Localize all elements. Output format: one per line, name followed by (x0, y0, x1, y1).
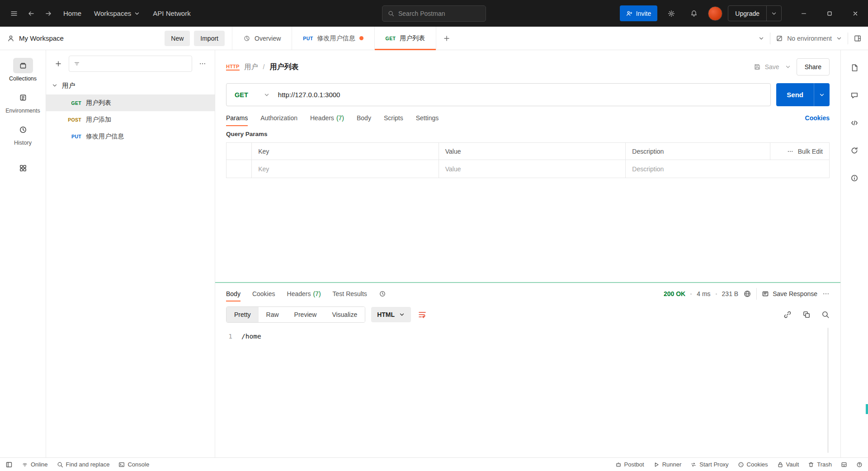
network-globe-icon[interactable] (743, 290, 751, 298)
sidebar-more-button[interactable] (196, 57, 209, 71)
vault-button[interactable]: Vault (777, 461, 799, 468)
rail-item-environments[interactable]: Environments (0, 88, 46, 116)
tab-get-request-active[interactable]: GET 用户列表 (375, 27, 437, 50)
code-snippet-icon[interactable] (850, 119, 859, 127)
status-badge[interactable]: 200 OK (664, 290, 685, 297)
collection-folder[interactable]: 用户 (46, 76, 215, 94)
tab-overflow-chevron-icon[interactable] (758, 35, 764, 42)
value-cell[interactable] (439, 160, 626, 178)
back-button[interactable] (23, 5, 40, 22)
rail-item-history[interactable]: History (0, 120, 46, 148)
panel-layout-icon[interactable] (841, 462, 847, 468)
format-selector[interactable]: HTML (371, 307, 411, 322)
tab-settings[interactable]: Settings (416, 106, 439, 130)
import-button[interactable]: Import (194, 31, 225, 46)
method-selector[interactable]: GET (226, 84, 278, 106)
tab-put-request[interactable]: PUT 修改用户信息 (292, 27, 374, 50)
response-time[interactable]: 4 ms (697, 290, 710, 297)
response-body-viewer[interactable]: 1 /home (215, 325, 840, 457)
postbot-button[interactable]: Postbot (615, 461, 644, 468)
sidebar-search-input[interactable] (84, 60, 187, 67)
tab-params[interactable]: Params (226, 106, 248, 130)
response-scrollbar[interactable] (827, 328, 829, 453)
comments-icon[interactable] (850, 91, 859, 99)
cookies-link[interactable]: Cookies (805, 114, 830, 122)
runner-button[interactable]: Runner (653, 461, 682, 468)
response-size[interactable]: 231 B (722, 290, 739, 297)
maximize-button[interactable] (816, 0, 842, 27)
view-pretty[interactable]: Pretty (226, 307, 259, 322)
view-visualize[interactable]: Visualize (324, 307, 365, 322)
bulk-edit-button[interactable]: Bulk Edit (798, 148, 823, 155)
response-tab-headers[interactable]: Headers (7) (287, 283, 321, 304)
environment-quick-look-icon[interactable] (854, 34, 862, 42)
nav-api-network[interactable]: API Network (146, 6, 197, 21)
tab-scripts[interactable]: Scripts (384, 106, 403, 130)
forward-button[interactable] (40, 5, 57, 22)
view-preview[interactable]: Preview (287, 307, 325, 322)
console-button[interactable]: Console (118, 461, 149, 468)
new-button[interactable]: New (165, 31, 190, 46)
ellipsis-icon[interactable] (822, 290, 830, 297)
rail-item-more-tools[interactable] (0, 158, 46, 178)
invite-button[interactable]: Invite (620, 5, 657, 21)
response-tab-test-results[interactable]: Test Results (333, 283, 367, 304)
documentation-icon[interactable] (850, 64, 859, 72)
share-button[interactable]: Share (797, 58, 830, 75)
sidebar-search[interactable] (69, 56, 192, 72)
close-button[interactable] (842, 0, 868, 27)
online-status[interactable]: Online (22, 461, 48, 468)
trash-button[interactable]: Trash (808, 461, 832, 468)
save-button[interactable]: Save (754, 63, 779, 71)
view-raw[interactable]: Raw (259, 307, 287, 322)
copy-icon[interactable] (802, 311, 811, 319)
add-collection-button[interactable] (52, 57, 65, 71)
request-item-get[interactable]: GET 用户列表 (46, 94, 215, 111)
save-options-caret[interactable] (785, 64, 791, 70)
nav-home[interactable]: Home (57, 6, 88, 21)
tab-body[interactable]: Body (357, 106, 371, 130)
tab-headers[interactable]: Headers (7) (310, 106, 344, 130)
info-icon[interactable] (850, 174, 859, 182)
tab-overview[interactable]: Overview (232, 27, 292, 50)
search-icon[interactable] (821, 311, 830, 319)
send-button[interactable]: Send (776, 83, 830, 106)
find-and-replace[interactable]: Find and replace (57, 461, 110, 468)
workspace-name[interactable]: My Workspace (19, 34, 64, 42)
key-input[interactable] (258, 165, 432, 173)
request-item-post[interactable]: POST 用户添加 (46, 111, 215, 128)
hamburger-menu-button[interactable] (5, 5, 23, 22)
breadcrumb-collection[interactable]: 用户 (245, 63, 258, 71)
settings-button[interactable] (663, 5, 680, 22)
environment-selector[interactable]: No environment (776, 35, 842, 42)
send-options-caret[interactable] (814, 83, 830, 106)
ellipsis-icon[interactable] (787, 148, 793, 155)
toggle-sidebar-icon[interactable] (5, 461, 13, 468)
request-item-put[interactable]: PUT 修改用户信息 (46, 128, 215, 145)
url-input[interactable] (278, 91, 765, 99)
value-input[interactable] (445, 165, 619, 173)
row-select-cell[interactable] (226, 160, 252, 178)
upgrade-button[interactable]: Upgrade (728, 5, 782, 21)
save-response-button[interactable]: Save Response (762, 290, 817, 297)
minimize-button[interactable] (791, 0, 816, 27)
new-tab-button[interactable] (436, 27, 457, 50)
global-search[interactable]: Search Postman (382, 5, 486, 22)
user-avatar[interactable] (708, 6, 722, 21)
wrap-lines-toggle[interactable] (418, 310, 427, 319)
nav-workspaces[interactable]: Workspaces (88, 6, 146, 21)
response-tab-body[interactable]: Body (226, 283, 241, 304)
link-icon[interactable] (783, 311, 792, 319)
help-icon[interactable] (856, 462, 863, 468)
related-requests-icon[interactable] (850, 146, 859, 155)
notifications-button[interactable] (685, 5, 703, 22)
upgrade-caret[interactable] (766, 6, 781, 21)
tab-authorization[interactable]: Authorization (260, 106, 297, 130)
description-input[interactable] (632, 165, 823, 173)
key-cell[interactable] (252, 160, 439, 178)
response-tab-cookies[interactable]: Cookies (252, 283, 275, 304)
description-cell[interactable] (626, 160, 830, 178)
response-history-icon[interactable] (379, 290, 386, 297)
cookies-button[interactable]: Cookies (738, 461, 768, 468)
request-title[interactable]: 用户列表 (269, 62, 298, 72)
